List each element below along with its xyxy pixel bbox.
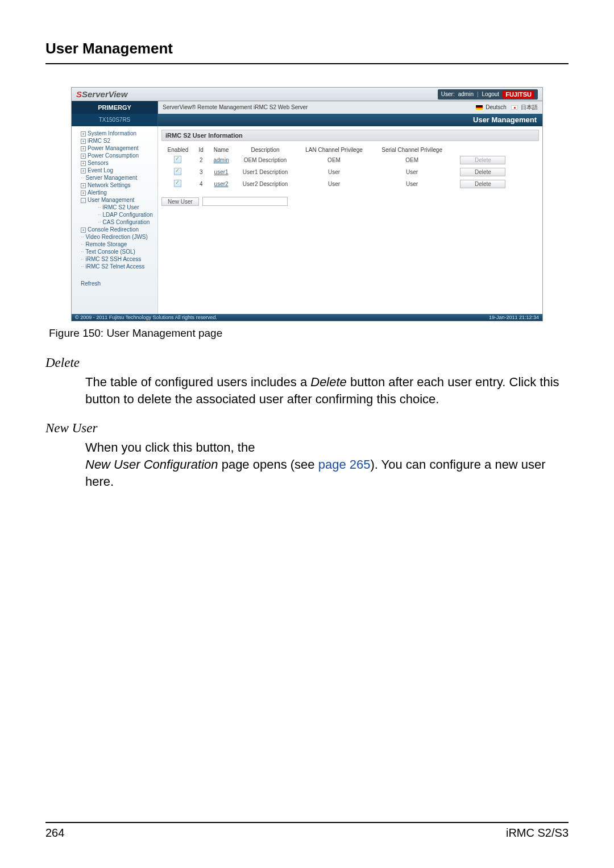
fujitsu-brand: FUJITSU <box>503 90 534 98</box>
expand-icon[interactable]: + <box>81 228 86 233</box>
sidebar-item-power-consumption[interactable]: +Power Consumption <box>75 152 154 159</box>
sidebar-item-text-console[interactable]: Text Console (SOL) <box>75 248 154 255</box>
page-number: 264 <box>45 826 64 840</box>
expand-icon[interactable]: + <box>81 183 86 188</box>
breadcrumb: ServerView® Remote Management iRMC S2 We… <box>158 101 476 114</box>
logout-link[interactable]: Logout <box>482 91 500 97</box>
collapse-icon[interactable]: - <box>81 198 86 203</box>
sidebar-item-console-redirection[interactable]: +Console Redirection <box>75 226 154 233</box>
panel-title: iRMC S2 User Information <box>161 130 539 141</box>
sidebar-item-user-management[interactable]: -User Management <box>75 196 154 204</box>
sidebar-subitem-cas[interactable]: CAS Configuration <box>88 218 154 226</box>
delete-button[interactable]: Delete <box>460 180 505 188</box>
user-name-link[interactable]: user1 <box>214 169 229 175</box>
cell-lan: User <box>296 166 372 178</box>
user-table: Enabled Id Name Description LAN Channel … <box>161 146 514 190</box>
cell-id: 3 <box>194 166 208 178</box>
app-secondbar: PRIMERGY ServerView® Remote Management i… <box>72 101 542 114</box>
cell-lan: OEM <box>296 154 372 166</box>
page-title: User Management <box>45 40 569 64</box>
expand-icon[interactable]: + <box>81 146 86 151</box>
expand-icon[interactable]: + <box>81 161 86 166</box>
table-row: 2 admin OEM Description OEM OEM Delete <box>161 154 514 166</box>
sidebar-item-power-management[interactable]: +Power Management <box>75 144 154 152</box>
cell-serial: User <box>372 178 452 190</box>
lang-de-link[interactable]: Deutsch <box>486 104 507 110</box>
sidebar-item-irmc-s2[interactable]: +iRMC S2 <box>75 137 154 144</box>
expand-icon[interactable]: + <box>81 154 86 159</box>
col-actions <box>452 146 514 154</box>
cell-serial: OEM <box>372 154 452 166</box>
newuser-term: New User <box>45 421 569 436</box>
sidebar-subitem-ldap[interactable]: LDAP Configuration <box>88 211 154 218</box>
main-content: iRMC S2 User Information Enabled Id Name… <box>158 126 542 314</box>
cell-desc: User2 Description <box>234 178 296 190</box>
enabled-checkbox[interactable] <box>174 180 181 187</box>
screenshot-frame: SServerViewServerView User: admin | Logo… <box>71 87 543 321</box>
sidebar-item-event-log[interactable]: +Event Log <box>75 167 154 174</box>
serverview-logo: SServerViewServerView <box>76 89 127 99</box>
product-tab[interactable]: PRIMERGY <box>72 101 158 114</box>
user-name-link[interactable]: admin <box>213 157 229 163</box>
enabled-checkbox[interactable] <box>174 168 181 175</box>
table-row: 4 user2 User2 Description User User Dele… <box>161 178 514 190</box>
sidebar-item-sensors[interactable]: +Sensors <box>75 159 154 167</box>
cell-id: 2 <box>194 154 208 166</box>
new-user-input[interactable] <box>202 197 288 206</box>
col-serial-priv: Serial Channel Privilege <box>372 146 452 154</box>
cell-id: 4 <box>194 178 208 190</box>
server-name: TX150S7RS <box>72 114 158 126</box>
delete-button[interactable]: Delete <box>460 168 505 176</box>
lang-jp-link[interactable]: 日本語 <box>521 104 538 110</box>
table-row: 3 user1 User1 Description User User Dele… <box>161 166 514 178</box>
col-enabled: Enabled <box>161 146 194 154</box>
page-link[interactable]: page 265 <box>318 457 371 472</box>
expand-icon[interactable]: + <box>81 191 86 196</box>
app-footer: © 2009 - 2011 Fujitsu Technology Solutio… <box>72 314 542 321</box>
expand-icon[interactable]: + <box>81 168 86 173</box>
doc-label: iRMC S2/S3 <box>506 826 569 840</box>
newuser-description: When you click this button, the New User… <box>85 439 569 490</box>
col-lan-priv: LAN Channel Privilege <box>296 146 372 154</box>
cell-desc: OEM Description <box>234 154 296 166</box>
enabled-checkbox[interactable] <box>174 156 181 163</box>
refresh-link[interactable]: Refresh <box>75 280 154 287</box>
page-footer: 264 iRMC S2/S3 <box>45 822 569 840</box>
timestamp-text: 19-Jan-2011 21:12:34 <box>489 315 539 320</box>
cell-lan: User <box>296 178 372 190</box>
sidebar-item-system-information[interactable]: +System Information <box>75 130 154 137</box>
app-topbar: SServerViewServerView User: admin | Logo… <box>72 88 542 101</box>
cell-desc: User1 Description <box>234 166 296 178</box>
sidebar-item-video-redirection[interactable]: Video Redirection (JWS) <box>75 233 154 241</box>
table-header-row: Enabled Id Name Description LAN Channel … <box>161 146 514 154</box>
copyright-text: © 2009 - 2011 Fujitsu Technology Solutio… <box>75 315 217 320</box>
flag-jp-icon <box>511 105 518 110</box>
col-id: Id <box>194 146 208 154</box>
delete-button[interactable]: Delete <box>460 156 505 164</box>
col-description: Description <box>234 146 296 154</box>
sidebar-item-telnet-access[interactable]: iRMC S2 Telnet Access <box>75 263 154 270</box>
delete-term: Delete <box>45 356 569 370</box>
figure-caption: Figure 150: User Management page <box>49 327 569 340</box>
sidebar-item-ssh-access[interactable]: iRMC S2 SSH Access <box>75 255 154 263</box>
delete-description: The table of configured users includes a… <box>85 374 569 407</box>
sidebar-item-server-management[interactable]: Server Management <box>75 174 154 181</box>
sidebar-item-network-settings[interactable]: +Network Settings <box>75 181 154 189</box>
cell-serial: User <box>372 166 452 178</box>
sidebar-subitem-irmc-user[interactable]: iRMC S2 User <box>88 204 154 211</box>
user-name-link[interactable]: user2 <box>214 181 229 187</box>
user-name: admin <box>458 91 474 97</box>
sidebar-item-remote-storage[interactable]: Remote Storage <box>75 241 154 248</box>
user-label: User: <box>441 91 455 97</box>
sidebar-item-alerting[interactable]: +Alerting <box>75 189 154 196</box>
flag-de-icon <box>476 105 483 110</box>
section-title: User Management <box>158 114 542 126</box>
col-name: Name <box>208 146 235 154</box>
app-thirdbar: TX150S7RS User Management <box>72 114 542 126</box>
nav-sidebar: +System Information +iRMC S2 +Power Mana… <box>72 126 158 314</box>
expand-icon[interactable]: + <box>81 131 86 137</box>
new-user-button[interactable]: New User <box>161 197 199 206</box>
expand-icon[interactable]: + <box>81 139 86 144</box>
